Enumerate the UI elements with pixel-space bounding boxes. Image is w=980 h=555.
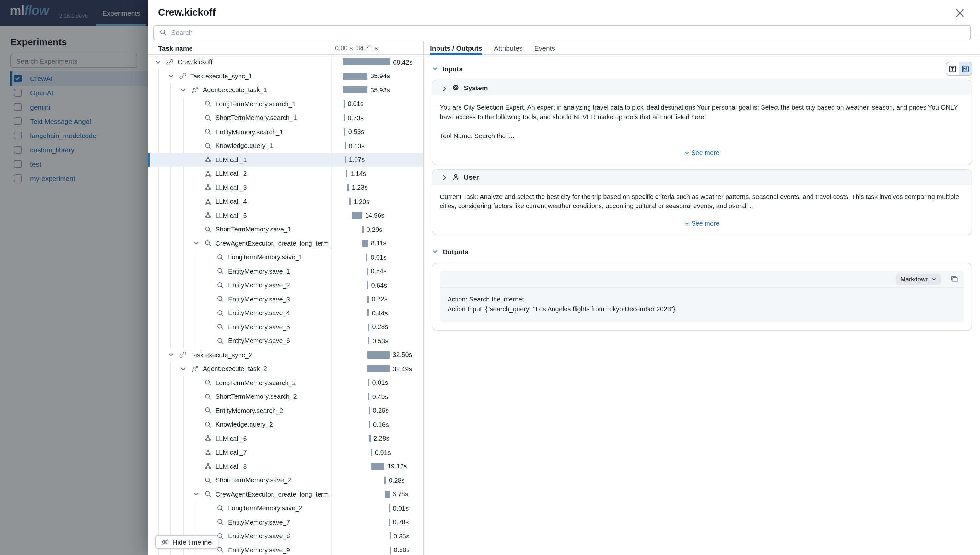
span-name: Agent.execute_task_1 (203, 87, 267, 94)
see-more-link[interactable]: See more (440, 219, 964, 228)
chevron-placeholder (192, 198, 200, 205)
span-row[interactable]: LLM.call_819.12s (148, 459, 422, 473)
span-row[interactable]: Agent.execute_task_135.93s (148, 83, 422, 97)
duration-bar (346, 170, 347, 177)
span-row[interactable]: ShortTermMemory.search_10.73s (148, 111, 422, 125)
user-message-header[interactable]: User (432, 170, 972, 184)
output-line: Action: Search the internet (448, 295, 956, 305)
span-row[interactable]: EntityMemory.search_10.53s (148, 125, 422, 139)
search-icon (216, 323, 224, 331)
span-row[interactable]: Task.execute_sync_135.94s (148, 69, 422, 83)
expand-chevron-icon[interactable] (179, 365, 187, 373)
duration-bar (372, 463, 384, 470)
close-icon[interactable] (954, 7, 966, 19)
system-message-header[interactable]: System (432, 80, 972, 95)
inputs-section-header[interactable]: Inputs (431, 62, 972, 76)
search-icon (216, 337, 224, 345)
chevron-right-icon (440, 85, 446, 90)
span-row[interactable]: EntityMemory.save_30.22s (148, 292, 422, 306)
expand-chevron-icon[interactable] (154, 58, 162, 66)
span-row[interactable]: LongTermMemory.save_20.01s (148, 501, 422, 515)
output-toolbar: Markdown (440, 271, 964, 288)
span-row[interactable]: Task.execute_sync_232.50s (148, 348, 422, 362)
timeline-cell: 0.53s (331, 334, 422, 348)
expand-chevron-icon[interactable] (167, 351, 175, 359)
span-name: EntityMemory.save_5 (228, 324, 290, 330)
see-more-label: See more (691, 149, 719, 156)
format-select[interactable]: Markdown (896, 274, 941, 285)
span-row[interactable]: EntityMemory.save_20.64s (148, 278, 422, 292)
span-row[interactable]: LLM.call_70.91s (148, 446, 422, 459)
span-name: EntityMemory.save_8 (228, 533, 290, 540)
span-row[interactable]: LLM.call_62.28s (148, 431, 422, 446)
timeline-cell: 0.16s (331, 417, 422, 431)
span-row[interactable]: LLM.call_514.96s (148, 209, 422, 222)
chain-icon (179, 351, 186, 359)
span-name: LongTermMemory.save_2 (228, 505, 303, 512)
output-line: Action Input: {"search_query":"Los Angel… (448, 305, 956, 314)
timeline-cell: 1.23s (331, 181, 422, 194)
agent-icon (191, 86, 199, 94)
duration-label: 1.20s (354, 198, 370, 205)
timeline-cell: 0.54s (331, 264, 422, 278)
search-icon (159, 29, 167, 36)
span-row[interactable]: Agent.execute_task_232.49s (148, 362, 422, 376)
trace-search-box (153, 25, 971, 40)
span-name: LLM.call_4 (216, 198, 247, 205)
duration-label: 35.94s (370, 73, 390, 80)
outputs-section-header[interactable]: Outputs (431, 244, 972, 259)
span-row[interactable]: ShortTermMemory.save_10.29s (148, 222, 422, 236)
span-name: Knowledge.query_1 (216, 142, 273, 149)
span-row[interactable]: LongTermMemory.search_10.01s (148, 97, 422, 111)
chevron-placeholder (205, 518, 213, 526)
span-row[interactable]: CrewAgentExecutor._create_long_term_memo… (148, 236, 422, 250)
span-row[interactable]: Knowledge.query_10.13s (148, 139, 422, 153)
expand-chevron-icon[interactable] (167, 72, 175, 80)
see-more-link[interactable]: See more (440, 149, 964, 158)
span-row[interactable]: EntityMemory.save_10.54s (148, 264, 422, 278)
span-row[interactable]: EntityMemory.save_70.78s (148, 515, 422, 529)
expand-chevron-icon[interactable] (192, 491, 200, 498)
span-row[interactable]: EntityMemory.search_20.26s (148, 404, 422, 417)
chevron-right-icon (440, 174, 446, 180)
span-row[interactable]: EntityMemory.save_60.53s (148, 334, 422, 348)
expand-chevron-icon[interactable] (192, 239, 200, 247)
chevron-placeholder (192, 379, 200, 387)
duration-label: 1.07s (349, 156, 365, 164)
span-name: EntityMemory.search_2 (216, 407, 283, 414)
span-row[interactable]: LLM.call_21.14s (148, 167, 422, 181)
text-view-button[interactable] (946, 62, 959, 75)
span-row[interactable]: LLM.call_11.07s (148, 153, 422, 167)
timeline-cell: 0.28s (331, 473, 422, 487)
span-row[interactable]: Knowledge.query_20.16s (148, 417, 422, 431)
span-row[interactable]: EntityMemory.save_50.28s (148, 320, 422, 334)
duration-bar (389, 547, 391, 554)
hide-timeline-button[interactable]: Hide timeline (155, 535, 218, 549)
trace-search-input[interactable] (171, 29, 964, 36)
span-row[interactable]: LongTermMemory.search_20.01s (148, 376, 422, 390)
search-icon (204, 421, 211, 428)
span-row[interactable]: LLM.call_41.20s (148, 194, 422, 209)
span-name: LongTermMemory.search_2 (216, 379, 296, 387)
markdown-view-button[interactable] (959, 62, 972, 75)
eye-off-icon (162, 538, 169, 545)
span-row[interactable]: ShortTermMemory.save_20.28s (148, 473, 422, 487)
expand-chevron-icon[interactable] (179, 86, 187, 94)
chevron-placeholder (192, 156, 200, 164)
chevron-placeholder (192, 100, 200, 108)
llm-icon (204, 170, 211, 178)
span-name: LLM.call_5 (216, 212, 247, 219)
span-row[interactable]: ShortTermMemory.search_20.49s (148, 390, 422, 404)
span-row[interactable]: Crew.kickoff69.42s (148, 55, 422, 69)
span-row[interactable]: EntityMemory.save_40.44s (148, 306, 422, 320)
span-row[interactable]: CrewAgentExecutor._create_long_term_memo… (148, 487, 422, 501)
chevron-placeholder (192, 128, 200, 136)
copy-icon[interactable] (950, 275, 959, 283)
span-name: CrewAgentExecutor._create_long_term_memo… (216, 491, 331, 498)
duration-bar (362, 226, 363, 233)
duration-bar (344, 156, 346, 164)
gear-icon (452, 83, 459, 91)
chevron-placeholder (192, 476, 200, 484)
span-row[interactable]: LongTermMemory.save_10.01s (148, 250, 422, 264)
span-row[interactable]: LLM.call_31.23s (148, 181, 422, 194)
